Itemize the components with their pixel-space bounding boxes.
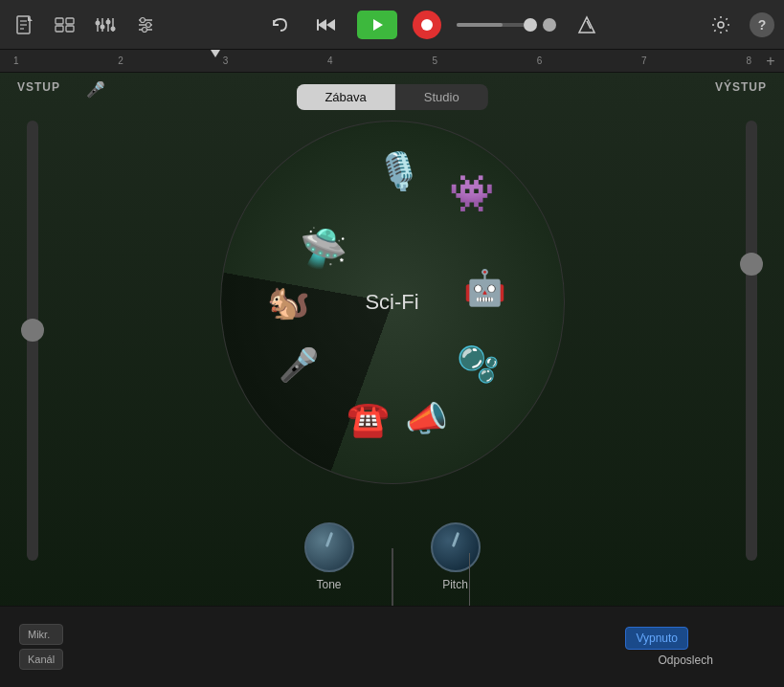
tab-zabava[interactable]: Zábava [296, 84, 394, 110]
mark-8: 8 [746, 55, 751, 66]
vstup-mic-icon: 🎤 [86, 80, 105, 99]
timeline-marks: 1 2 3 4 5 6 7 8 [4, 55, 761, 66]
circle-item-megaphone[interactable]: 📣 [405, 399, 448, 439]
vstup-label: VSTUP [17, 80, 60, 94]
circle-item-squirrel[interactable]: 🐿️ [267, 282, 310, 322]
mark-5: 5 [432, 55, 437, 66]
svg-rect-25 [317, 19, 319, 31]
mark-1: 1 [13, 55, 19, 66]
volume-slider[interactable] [457, 18, 556, 32]
record-dot-icon [421, 19, 433, 31]
odposlech-label: Odposlech [659, 654, 713, 667]
svg-marker-23 [318, 19, 326, 31]
tab-studio[interactable]: Studio [395, 84, 488, 110]
pitch-label: Pitch [442, 578, 468, 591]
tabs-container: Zábava Studio [296, 84, 487, 110]
vystup-knob[interactable] [740, 253, 763, 276]
kanal-button[interactable]: Kanál [19, 649, 63, 670]
circle-item-goldmic[interactable]: 🎤 [279, 345, 319, 384]
mic-controls: Mikr. Kanál [19, 624, 63, 670]
toolbar-center [161, 10, 706, 40]
mark-4: 4 [327, 55, 333, 66]
vstup-knob[interactable] [21, 319, 44, 342]
circle-item-phone[interactable]: ☎️ [347, 399, 390, 439]
pitch-vertical-line [469, 553, 470, 606]
pitch-knob[interactable] [431, 522, 481, 572]
rewind-button[interactable] [311, 10, 342, 40]
svg-point-13 [96, 20, 101, 25]
undo-button[interactable] [265, 10, 296, 40]
metronome-icon[interactable] [571, 10, 602, 40]
cursor-arrow-icon [211, 50, 220, 57]
vystup-slider[interactable] [746, 121, 757, 561]
svg-marker-27 [579, 17, 594, 33]
plugins-icon[interactable] [130, 10, 161, 40]
vstup-slider[interactable] [27, 121, 38, 561]
tone-control: Tone [304, 522, 354, 591]
bottom-bar: Mikr. Kanál Vypnuto Odposlech [0, 606, 784, 687]
main-content: VSTUP 🎤 VÝSTUP Zábava Studio 🛸 🎙️ 👾 🐿️ 🤖… [0, 73, 784, 687]
mikr-button[interactable]: Mikr. [19, 624, 63, 645]
svg-rect-6 [66, 18, 74, 24]
settings-button[interactable] [706, 10, 736, 40]
mark-3: 3 [223, 55, 229, 66]
mark-7: 7 [641, 55, 647, 66]
svg-rect-8 [66, 26, 74, 32]
tone-label: Tone [316, 578, 341, 591]
circle-item-monster[interactable]: 👾 [449, 172, 494, 214]
svg-marker-24 [326, 19, 335, 31]
vystup-label: VÝSTUP [715, 80, 767, 94]
svg-rect-5 [56, 18, 63, 24]
circle-menu: 🛸 🎙️ 👾 🐿️ 🤖 🎤 🫧 ☎️ 📣 Sci-Fi [220, 121, 565, 484]
tracks-icon[interactable] [50, 10, 80, 40]
tone-knob[interactable] [304, 522, 354, 572]
circle-item-bubble[interactable]: 🫧 [457, 344, 500, 385]
toolbar-left [10, 10, 161, 40]
svg-point-22 [143, 27, 147, 32]
new-document-icon[interactable] [10, 10, 40, 40]
toolbar: ? [0, 0, 784, 50]
play-button[interactable] [357, 11, 397, 39]
svg-point-29 [718, 22, 724, 28]
help-button[interactable]: ? [750, 12, 774, 37]
svg-point-14 [101, 24, 105, 29]
timeline-cursor[interactable] [214, 50, 216, 72]
mixer-icon[interactable] [90, 10, 121, 40]
svg-point-15 [106, 19, 111, 24]
svg-point-21 [146, 22, 151, 27]
toolbar-right: ? [706, 10, 774, 40]
svg-point-16 [111, 26, 116, 31]
mark-2: 2 [118, 55, 123, 66]
svg-point-20 [141, 17, 146, 22]
vypnuto-button[interactable]: Vypnuto [625, 627, 688, 650]
record-button[interactable] [413, 11, 441, 39]
timeline: 1 2 3 4 5 6 7 8 + [0, 50, 784, 73]
add-track-button[interactable]: + [761, 52, 780, 71]
svg-marker-26 [373, 19, 383, 31]
circle-item-ufo[interactable]: 🛸 [300, 226, 347, 271]
mark-6: 6 [537, 55, 543, 66]
svg-rect-7 [56, 26, 63, 32]
vypnuto-container: Vypnuto Odposlech [625, 627, 746, 667]
volume-knob [543, 18, 556, 32]
circle-item-mic[interactable]: 🎙️ [376, 150, 421, 192]
circle-item-robot[interactable]: 🤖 [463, 268, 506, 308]
bottom-controls: Tone Pitch [304, 522, 481, 591]
timeline-ruler[interactable]: 1 2 3 4 5 6 7 8 [4, 50, 761, 72]
pitch-control: Pitch [431, 522, 481, 591]
